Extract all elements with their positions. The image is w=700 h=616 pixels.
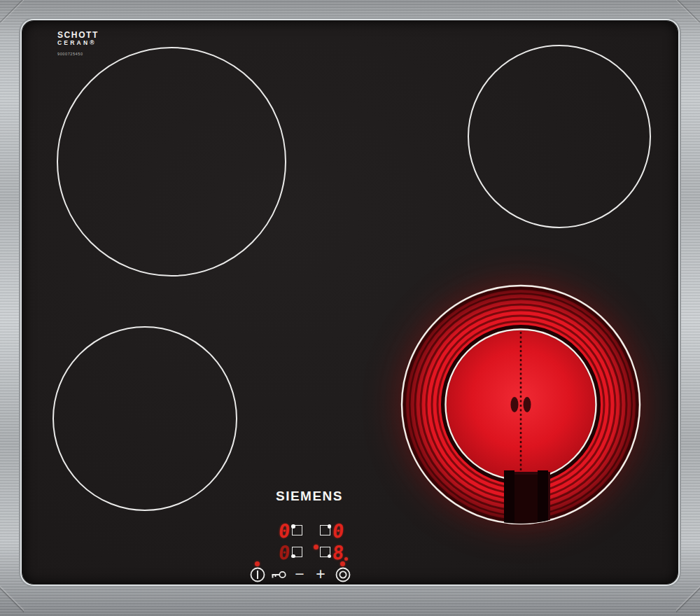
minus-icon: −: [295, 565, 304, 583]
display-rear-right-value: 0: [332, 524, 345, 539]
cooking-zone-rear-right: [468, 45, 651, 228]
display-rear-left-value: 0: [278, 524, 291, 539]
glass-serial-number: 9000725450: [57, 52, 99, 56]
key-icon: [270, 566, 288, 584]
frame-corner-seam: [0, 582, 24, 616]
minus-button[interactable]: −: [290, 565, 309, 583]
display-front-right-value: 8: [332, 545, 345, 561]
siemens-logo: SIEMENS: [260, 489, 358, 504]
power-icon: [248, 566, 267, 584]
frame-corner-seam: [676, 0, 700, 22]
schott-ceran-logo-line2: CERAN®: [57, 39, 99, 46]
frame-corner-seam: [676, 582, 700, 616]
zone-indicator-rear-right: [320, 525, 330, 536]
cooking-zone-front-right-glowing: [398, 282, 643, 527]
burner-terminal-block: [504, 470, 550, 527]
dual-zone-icon: [334, 566, 352, 584]
schott-ceran-logo: SCHOTT CERAN® 9000725450: [57, 31, 99, 56]
zone-dot: [328, 554, 332, 559]
cooktop-product-image: SCHOTT CERAN® 9000725450: [0, 0, 700, 616]
plus-icon: +: [316, 565, 325, 583]
zone-indicator-rear-left: [292, 525, 302, 536]
child-lock-button[interactable]: [270, 566, 288, 584]
ceramic-glass-surface: SCHOTT CERAN® 9000725450: [22, 21, 678, 584]
dual-zone-button[interactable]: [334, 566, 352, 584]
display-decimal-dot: [344, 557, 348, 561]
schott-ceran-logo-line1: SCHOTT: [57, 31, 99, 39]
display-front-left-value: 0: [278, 545, 291, 561]
zone-indicator-front-right: [320, 547, 330, 557]
zone-dot: [328, 524, 332, 528]
active-zone-led: [314, 545, 318, 550]
plus-button[interactable]: +: [312, 565, 330, 583]
zone-dot: [291, 524, 295, 528]
power-button[interactable]: [248, 566, 267, 584]
frame-corner-seam: [0, 0, 24, 22]
cooking-zone-rear-left: [57, 47, 286, 276]
zone-dot: [291, 554, 295, 559]
zone-indicator-front-left: [292, 547, 302, 557]
cooking-zone-front-left: [52, 326, 237, 511]
